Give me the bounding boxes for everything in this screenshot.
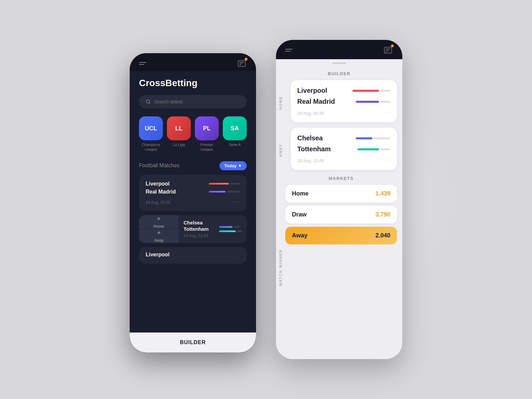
right-team-row-liverpool: Liverpool	[297, 87, 390, 94]
match-card-2[interactable]: + Home + Away Chelsea Tottenham 24 Aug, …	[139, 215, 247, 243]
tottenham-bar-empty	[237, 230, 242, 232]
today-filter-button[interactable]: Today ▼	[219, 161, 247, 170]
right-realmadrid-bar	[356, 101, 390, 103]
ticket-icon[interactable]	[237, 59, 247, 68]
market-home-label: Home	[292, 190, 309, 197]
team-realmadrid: Real Madrid	[146, 189, 176, 195]
hamburger-menu-icon[interactable]	[139, 62, 146, 65]
right-team-chelsea: Chelsea	[297, 134, 323, 142]
chelsea-bar	[219, 226, 232, 228]
league-label-sa: Serie A	[229, 142, 240, 147]
market-away-label: Away	[292, 232, 308, 239]
right-tottenham-bar	[357, 148, 390, 150]
search-bar[interactable]: Search teams	[139, 95, 247, 108]
builder-header: BUILDER	[276, 66, 402, 80]
chelsea-bar-empty	[234, 226, 240, 228]
light-status-bar	[276, 40, 402, 59]
right-realmadrid-empty	[380, 101, 390, 103]
right-liverpool-bar	[352, 90, 390, 92]
league-badge-pl: PL	[195, 116, 219, 140]
home-action-button[interactable]: + Home	[139, 215, 179, 229]
team-row-realmadrid: Real Madrid	[146, 189, 240, 195]
realmadrid-bar-empty	[227, 191, 240, 193]
match-card-1[interactable]: Liverpool Real Madrid 24 Aug, 20:30 ··	[139, 175, 247, 211]
league-item-sa[interactable]: SA Serie A	[223, 116, 247, 152]
dark-phone-content: CrossBetting Search teams UCL ChampionsL…	[130, 71, 256, 332]
liverpool-bar-filled	[209, 183, 229, 185]
right-team-row-tottenham: Tottenham	[297, 145, 390, 153]
league-item-pl[interactable]: PL PremierLeague	[195, 116, 219, 152]
league-badge-ucl: UCL	[139, 116, 163, 140]
right-match-date-2: 24 Aug, 21:45	[297, 158, 324, 163]
right-liverpool-filled	[352, 90, 379, 92]
realmadrid-strength-bar	[209, 191, 240, 193]
bottom-builder-bar[interactable]: BUILDER	[130, 332, 256, 352]
light-phone-content: BUILDER HOME Liverpool Rea	[276, 59, 402, 359]
match-date-1: 24 Aug, 20:30	[146, 200, 170, 205]
right-match-card-1[interactable]: Liverpool Real Madrid	[291, 80, 397, 122]
right-chelsea-filled	[356, 137, 372, 139]
market-draw-odds: 3.790	[375, 211, 390, 218]
right-tottenham-filled	[357, 148, 379, 150]
liverpool-bar-empty	[230, 183, 240, 185]
league-badge-sa: SA	[223, 116, 247, 140]
right-team-realmadrid: Real Madrid	[297, 98, 335, 105]
home-side-label: HOME	[276, 80, 285, 126]
league-item-ucl[interactable]: UCL ChampionsLeague	[139, 116, 163, 152]
market-draw[interactable]: Draw 3.790	[285, 206, 397, 223]
right-phone: BUILDER HOME Liverpool Rea	[276, 40, 402, 359]
market-draw-label: Draw	[292, 211, 307, 218]
search-icon	[146, 99, 151, 104]
league-label-ucl: ChampionsLeague	[142, 142, 160, 152]
ticket-icon-2[interactable]	[383, 45, 393, 55]
right-options-2[interactable]: ···	[383, 157, 390, 163]
match-options-1[interactable]: ···	[232, 198, 240, 205]
right-tottenham-empty	[380, 148, 390, 150]
hamburger-menu-icon-2[interactable]	[285, 49, 293, 52]
phones-container: CrossBetting Search teams UCL ChampionsL…	[130, 40, 402, 359]
league-badge-ll: LL	[167, 116, 191, 140]
right-team-row-realmadrid: Real Madrid	[297, 98, 390, 105]
match-info-2: Chelsea Tottenham 24 Aug, 21:45	[179, 215, 219, 243]
right-liverpool-empty	[380, 90, 390, 92]
partial-team: Liverpool	[146, 252, 170, 257]
liverpool-strength-bar	[209, 183, 240, 185]
league-label-pl: PremierLeague	[200, 142, 213, 152]
match-date-2: 24 Aug, 21:45	[184, 233, 208, 238]
home-label: Home	[153, 224, 164, 229]
notification-dot	[245, 58, 247, 61]
match-actions: + Home + Away	[139, 215, 179, 243]
league-label-ll: La Liga	[173, 142, 185, 147]
partial-match-card[interactable]: Liverpool	[139, 247, 247, 264]
league-item-ll[interactable]: LL La Liga	[167, 116, 191, 152]
match-winner-side-label: MATCH WINNER	[276, 176, 285, 359]
right-match-date-1: 24 Aug, 20:30	[297, 111, 324, 116]
right-team-liverpool: Liverpool	[297, 87, 327, 94]
team-row-liverpool: Liverpool	[146, 181, 240, 187]
section-title: Football Matches	[139, 163, 180, 169]
svg-line-5	[149, 103, 150, 104]
realmadrid-bar-filled	[209, 191, 225, 193]
away-label: Away	[154, 238, 164, 243]
tottenham-bar	[219, 230, 236, 232]
left-phone: CrossBetting Search teams UCL ChampionsL…	[130, 53, 256, 352]
search-placeholder: Search teams	[154, 99, 183, 104]
markets-header: MARKETS	[285, 176, 397, 181]
right-team-row-chelsea: Chelsea	[297, 134, 390, 142]
team-chelsea: Chelsea	[184, 220, 214, 225]
market-away-odds: 2.040	[375, 232, 390, 239]
league-icons: UCL ChampionsLeague LL La Liga PL Premie…	[139, 116, 247, 152]
market-home-odds: 1.439	[375, 190, 390, 197]
dark-status-bar	[130, 53, 256, 71]
right-realmadrid-filled	[356, 101, 379, 103]
app-title: CrossBetting	[139, 78, 247, 88]
right-team-tottenham: Tottenham	[297, 145, 331, 153]
right-options-1[interactable]: ···	[383, 109, 390, 115]
away-side-label: AWAY	[276, 128, 285, 173]
market-home[interactable]: Home 1.439	[285, 185, 397, 202]
away-action-button[interactable]: + Away	[139, 229, 179, 243]
right-match-card-2[interactable]: Chelsea Tottenham	[291, 128, 397, 170]
right-chelsea-bar	[356, 137, 390, 139]
market-away[interactable]: Away 2.040	[285, 227, 397, 244]
right-chelsea-empty	[374, 137, 390, 139]
